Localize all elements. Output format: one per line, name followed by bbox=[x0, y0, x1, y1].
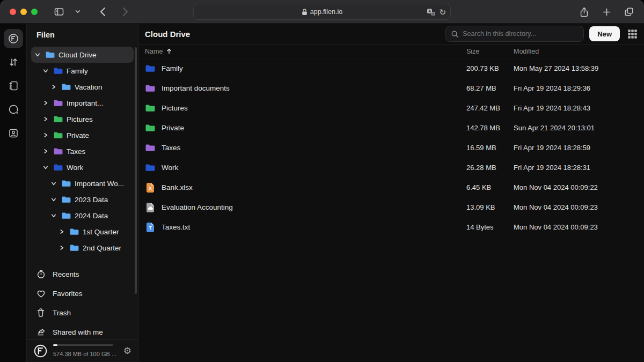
txt-file-icon: T bbox=[145, 222, 156, 233]
file-size: 14 Bytes bbox=[466, 223, 514, 231]
file-row-family[interactable]: Family 200.73 KB Mon May 27 2024 13:58:3… bbox=[138, 58, 644, 78]
file-row-taxes-folder[interactable]: Taxes 16.59 MB Fri Apr 19 2024 18:28:59 bbox=[138, 138, 644, 158]
chevron-icon[interactable] bbox=[41, 116, 50, 122]
file-size: 247.42 MB bbox=[466, 104, 514, 112]
file-modified: Mon May 27 2024 13:58:39 bbox=[514, 64, 644, 72]
translate-icon[interactable]: A文 bbox=[427, 8, 436, 16]
file-row-evaluation-accounting[interactable]: Evaluation Accounting 13.09 KB Mon Nov 0… bbox=[138, 197, 644, 217]
titlebar-separator bbox=[70, 8, 70, 16]
folder-icon bbox=[53, 67, 63, 75]
contacts-icon bbox=[8, 128, 19, 138]
search-input[interactable] bbox=[463, 30, 579, 38]
folder-icon bbox=[45, 51, 55, 58]
tree-item-label: 2023 Data bbox=[75, 196, 108, 204]
tree-item-label: Pictures bbox=[67, 115, 93, 123]
chevron-icon[interactable] bbox=[41, 100, 50, 106]
tree-item-2nd-quarter[interactable]: 2nd Quarter bbox=[31, 240, 134, 256]
tree-item-1st-quarter[interactable]: 1st Quarter bbox=[31, 224, 134, 240]
reload-icon[interactable]: ↻ bbox=[439, 8, 446, 16]
address-bar[interactable]: app.filen.io A文 ↻ bbox=[193, 4, 451, 20]
forward-button[interactable] bbox=[118, 4, 133, 19]
chevron-icon[interactable] bbox=[57, 229, 66, 234]
file-name: Evaluation Accounting bbox=[162, 203, 233, 211]
filen-drive-nav-button[interactable] bbox=[4, 29, 23, 48]
storage-progress-fill bbox=[53, 344, 57, 346]
tree-item-label: Important Wo... bbox=[75, 180, 124, 188]
tree-item-pictures[interactable]: Pictures bbox=[31, 111, 134, 127]
chevron-icon[interactable] bbox=[41, 165, 50, 170]
file-row-important-documents[interactable]: Important documents 68.27 MB Fri Apr 19 … bbox=[138, 78, 644, 98]
settings-gear-icon[interactable]: ⚙ bbox=[123, 346, 131, 356]
tree-item-label: Cloud Drive bbox=[58, 51, 97, 59]
tree-item-2024-data[interactable]: 2024 Data bbox=[31, 208, 134, 224]
account-avatar[interactable] bbox=[33, 344, 48, 358]
filen-logo-icon bbox=[33, 344, 48, 358]
chevron-icon[interactable] bbox=[49, 213, 58, 218]
browser-sidebar-toggle-icon[interactable] bbox=[52, 4, 67, 19]
tree-item-cloud-drive[interactable]: Cloud Drive bbox=[31, 47, 134, 63]
contacts-nav-button[interactable] bbox=[4, 123, 23, 143]
storage-usage-text: 574.38 MB of 100 GB ... bbox=[53, 351, 116, 357]
tree-item-taxes[interactable]: Taxes bbox=[31, 143, 134, 159]
sidebar-item-label: Shared with me bbox=[53, 328, 103, 336]
sidebar-item-trash[interactable]: Trash bbox=[27, 303, 138, 322]
tree-item-private[interactable]: Private bbox=[31, 127, 134, 143]
tree-item-family[interactable]: Family bbox=[31, 63, 134, 79]
file-row-bank-xlsx[interactable]: X Bank.xlsx 6.45 KB Mon Nov 04 2024 00:0… bbox=[138, 178, 644, 197]
file-modified: Fri Apr 19 2024 18:28:59 bbox=[514, 144, 644, 152]
chevron-icon[interactable] bbox=[49, 84, 58, 90]
tree-item-label: Family bbox=[67, 67, 88, 75]
tree-item-label: 1st Quarter bbox=[83, 228, 119, 236]
column-header-size[interactable]: Size bbox=[466, 48, 514, 55]
file-row-private[interactable]: Private 142.78 MB Sun Apr 21 2024 20:13:… bbox=[138, 118, 644, 138]
traffic-lights bbox=[10, 9, 38, 15]
sidebar-scrollbar[interactable] bbox=[135, 47, 137, 294]
tab-overview-icon[interactable] bbox=[621, 4, 636, 19]
folder-icon bbox=[145, 123, 156, 134]
file-row-pictures[interactable]: Pictures 247.42 MB Fri Apr 19 2024 18:28… bbox=[138, 98, 644, 118]
close-window-button[interactable] bbox=[10, 9, 16, 15]
tree-item-important[interactable]: Important... bbox=[31, 95, 134, 111]
file-row-work[interactable]: Work 26.28 MB Fri Apr 19 2024 18:28:31 bbox=[138, 158, 644, 178]
zoom-window-button[interactable] bbox=[31, 9, 38, 15]
new-tab-icon[interactable] bbox=[599, 4, 614, 19]
chevron-icon[interactable] bbox=[33, 52, 42, 57]
sidebar-menu-chevron-icon[interactable] bbox=[74, 4, 82, 19]
chats-nav-button[interactable] bbox=[4, 100, 23, 119]
file-modified: Mon Nov 04 2024 00:09:23 bbox=[514, 223, 644, 231]
sidebar-item-shared-with-me[interactable]: Shared with me bbox=[27, 322, 138, 342]
file-size: 13.09 KB bbox=[466, 203, 514, 211]
grid-view-icon[interactable] bbox=[627, 29, 638, 39]
sidebar-item-favorites[interactable]: Favorites bbox=[27, 284, 138, 303]
chevron-icon[interactable] bbox=[41, 68, 50, 73]
chevron-icon[interactable] bbox=[41, 149, 50, 154]
tree-item-important-work[interactable]: Important Wo... bbox=[31, 175, 134, 191]
chevron-icon[interactable] bbox=[49, 181, 58, 186]
minimize-window-button[interactable] bbox=[20, 9, 27, 15]
search-box[interactable] bbox=[445, 26, 584, 42]
back-button[interactable] bbox=[95, 4, 110, 19]
file-size: 16.59 MB bbox=[466, 144, 514, 152]
folder-icon bbox=[53, 99, 63, 107]
tree-item-2023-data[interactable]: 2023 Data bbox=[31, 191, 134, 208]
tree-item-label: Important... bbox=[67, 99, 103, 107]
file-row-taxes-txt[interactable]: T Taxes.txt 14 Bytes Mon Nov 04 2024 00:… bbox=[138, 217, 644, 237]
sidebar-item-label: Trash bbox=[53, 309, 71, 317]
new-button[interactable]: New bbox=[589, 26, 620, 41]
notes-nav-button[interactable] bbox=[4, 76, 23, 95]
chevron-icon[interactable] bbox=[41, 132, 50, 138]
chevron-icon[interactable] bbox=[57, 245, 66, 250]
column-header-name[interactable]: Name bbox=[145, 48, 163, 55]
sort-ascending-icon[interactable] bbox=[166, 48, 172, 54]
tree-item-vacation[interactable]: Vacation bbox=[31, 79, 134, 95]
column-header-modified[interactable]: Modified bbox=[514, 48, 644, 55]
tree-item-work[interactable]: Work bbox=[31, 159, 134, 175]
file-modified: Sun Apr 21 2024 20:13:01 bbox=[514, 124, 644, 132]
share-icon[interactable] bbox=[576, 4, 591, 19]
file-modified: Mon Nov 04 2024 00:09:22 bbox=[514, 183, 644, 191]
sidebar-item-recents[interactable]: Recents bbox=[27, 264, 138, 284]
chevron-icon[interactable] bbox=[49, 197, 58, 202]
folder-icon bbox=[69, 228, 79, 235]
transfers-nav-button[interactable] bbox=[4, 53, 23, 72]
chat-icon bbox=[8, 104, 19, 115]
